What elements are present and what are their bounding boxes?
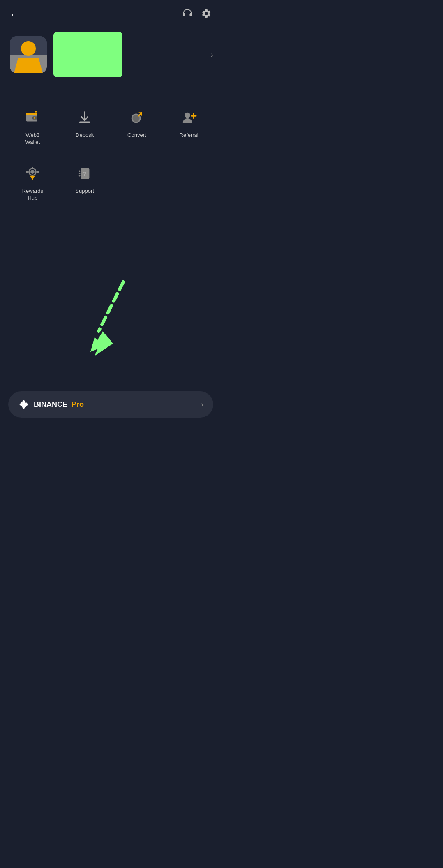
menu-grid-row1: Web3Wallet Deposit <box>0 92 222 157</box>
support-icon: ? <box>74 163 95 184</box>
svg-point-18 <box>31 170 35 174</box>
svg-point-10 <box>185 113 190 118</box>
rewards-hub-icon <box>22 163 43 184</box>
deposit-icon <box>74 107 95 128</box>
referral-icon <box>179 107 199 128</box>
binance-brand-text: BINANCE <box>34 400 67 409</box>
svg-point-20 <box>79 170 81 172</box>
profile-section: › <box>0 25 222 85</box>
menu-item-support[interactable]: ? Support <box>59 157 111 208</box>
header: ← <box>0 0 222 25</box>
binance-logo-area: BINANCE Pro <box>18 399 84 410</box>
svg-rect-17 <box>37 171 39 173</box>
binance-chevron-icon: › <box>201 400 203 409</box>
web3-wallet-icon <box>22 107 43 128</box>
svg-text:?: ? <box>83 170 86 177</box>
menu-grid-row2: RewardsHub ? Support <box>0 157 222 212</box>
menu-item-referral[interactable]: Referral <box>163 101 215 152</box>
convert-label: Convert <box>127 132 146 139</box>
svg-rect-6 <box>79 122 90 123</box>
rewards-hub-label: RewardsHub <box>22 188 43 202</box>
profile-banner <box>53 32 122 77</box>
profile-chevron-icon[interactable]: › <box>211 51 213 59</box>
web3-wallet-label: Web3Wallet <box>25 132 40 146</box>
menu-item-convert[interactable]: Convert <box>111 101 163 152</box>
avatar <box>10 36 47 73</box>
svg-rect-16 <box>26 171 28 173</box>
svg-rect-14 <box>32 167 33 169</box>
menu-item-rewards-hub[interactable]: RewardsHub <box>7 157 59 208</box>
support-label: Support <box>75 188 94 195</box>
settings-icon[interactable] <box>201 8 212 21</box>
headset-icon[interactable] <box>182 8 193 21</box>
svg-point-21 <box>79 173 81 174</box>
back-button[interactable]: ← <box>10 9 19 20</box>
binance-banner-area: BINANCE Pro › <box>0 391 222 418</box>
deposit-label: Deposit <box>76 132 94 139</box>
divider <box>0 89 222 89</box>
svg-point-22 <box>79 175 81 177</box>
binance-pro-text: Pro <box>72 400 84 409</box>
svg-point-5 <box>34 117 35 119</box>
svg-rect-3 <box>36 112 37 113</box>
svg-rect-31 <box>22 402 26 407</box>
menu-item-web3-wallet[interactable]: Web3Wallet <box>7 101 59 152</box>
binance-logo-icon <box>18 399 30 410</box>
menu-item-deposit[interactable]: Deposit <box>59 101 111 152</box>
convert-icon <box>127 107 147 128</box>
referral-label: Referral <box>180 132 198 139</box>
binance-pro-button[interactable]: BINANCE Pro › <box>8 391 213 418</box>
